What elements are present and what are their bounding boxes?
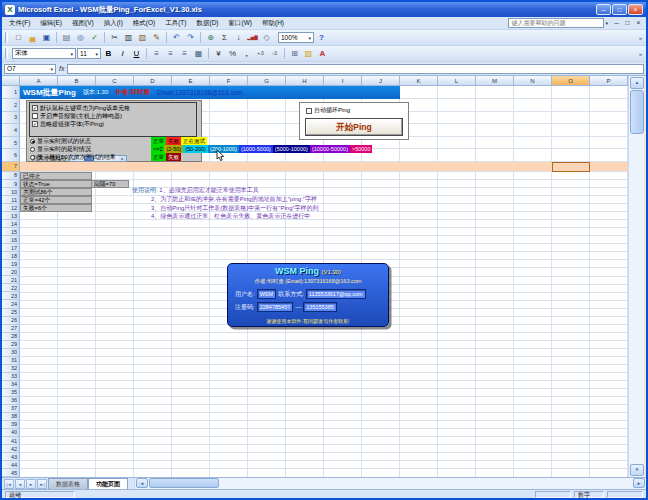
hyperlink-icon[interactable]: ⊕ — [204, 31, 217, 44]
row-header-32[interactable]: 32 — [2, 365, 20, 373]
row-header-40[interactable]: 40 — [2, 429, 20, 437]
column-header-O[interactable]: O — [552, 76, 590, 86]
align-right-icon[interactable]: ≡ — [178, 47, 191, 60]
grid-row-38[interactable] — [20, 413, 628, 421]
menu-item-4[interactable]: 格式(O) — [128, 19, 160, 28]
row-header-3[interactable]: 3 — [2, 112, 20, 125]
toolbar-grip[interactable] — [5, 32, 8, 43]
grid-row-45[interactable] — [20, 469, 628, 477]
checked-checkbox[interactable]: ✓ — [32, 121, 38, 127]
restore-button[interactable]: □ — [612, 4, 627, 15]
row-header-39[interactable]: 39 — [2, 421, 20, 429]
row-header-36[interactable]: 36 — [2, 397, 20, 405]
grid-row-7[interactable] — [20, 162, 628, 172]
chevron-down-icon[interactable]: ▾ — [605, 20, 608, 26]
insert-function-icon[interactable]: fx — [59, 65, 64, 72]
tab-scroll-prev-button[interactable]: ◄ — [15, 479, 25, 489]
vertical-scrollbar[interactable]: ▲ ▼ — [628, 76, 644, 477]
row-header-14[interactable]: 14 — [2, 220, 20, 228]
grid-row-31[interactable] — [20, 357, 628, 365]
column-header-K[interactable]: K — [400, 76, 438, 86]
column-header-N[interactable]: N — [514, 76, 552, 86]
print-preview-icon[interactable]: ◎ — [74, 31, 87, 44]
row-header-31[interactable]: 31 — [2, 357, 20, 365]
row-header-23[interactable]: 23 — [2, 292, 20, 300]
increase-decimal-icon[interactable]: +.0 — [254, 47, 267, 60]
row-header-28[interactable]: 28 — [2, 333, 20, 341]
font-color-icon[interactable]: A — [316, 47, 329, 60]
close-button[interactable]: × — [628, 4, 643, 15]
column-header-B[interactable]: B — [58, 76, 96, 86]
spelling-icon[interactable]: ✓ — [88, 31, 101, 44]
undo-icon[interactable]: ↶ — [170, 31, 183, 44]
row-header-9[interactable]: 9 — [2, 180, 20, 188]
menu-item-5[interactable]: 工具(T) — [160, 19, 191, 28]
toolbar-options-icon[interactable]: » — [639, 35, 644, 41]
scroll-up-icon[interactable]: ▲ — [630, 77, 644, 89]
percent-icon[interactable]: % — [226, 47, 239, 60]
menu-item-6[interactable]: 数据(D) — [192, 19, 224, 28]
minimize-button[interactable]: ─ — [596, 4, 611, 15]
comma-style-icon[interactable]: , — [240, 47, 253, 60]
grid-row-8[interactable] — [20, 172, 628, 180]
row-header-17[interactable]: 17 — [2, 244, 20, 252]
grid-row-44[interactable] — [20, 461, 628, 469]
save-icon[interactable]: ▣ — [40, 31, 53, 44]
grid-row-34[interactable] — [20, 381, 628, 389]
row-header-16[interactable]: 16 — [2, 236, 20, 244]
align-left-icon[interactable]: ≡ — [150, 47, 163, 60]
start-ping-button[interactable]: 开始Ping — [305, 118, 403, 136]
redo-icon[interactable]: ↷ — [184, 31, 197, 44]
decrease-decimal-icon[interactable]: -.0 — [268, 47, 281, 60]
workbook-minimize-button[interactable]: ─ — [611, 18, 622, 28]
row-header-1[interactable]: 1 — [2, 86, 20, 99]
grid[interactable]: WSM批量Ping 版本:1.30 作者:邹时勇 Email:139731616… — [20, 86, 628, 477]
chevron-down-icon[interactable]: ▾ — [70, 51, 73, 57]
open-icon[interactable]: ▄ — [26, 31, 39, 44]
workbook-close-button[interactable]: × — [633, 18, 644, 28]
checked-checkbox[interactable]: ✓ — [32, 105, 38, 111]
font-name-combo[interactable]: 宋体 ▾ — [12, 48, 76, 59]
column-header-H[interactable]: H — [286, 76, 324, 86]
row-header-30[interactable]: 30 — [2, 349, 20, 357]
grid-row-30[interactable] — [20, 349, 628, 357]
grid-row-41[interactable] — [20, 437, 628, 445]
scroll-down-icon[interactable]: ▼ — [630, 464, 644, 476]
grid-row-40[interactable] — [20, 429, 628, 437]
grid-row-10[interactable] — [20, 188, 628, 196]
row-header-19[interactable]: 19 — [2, 260, 20, 268]
grid-row-29[interactable] — [20, 341, 628, 349]
row-header-44[interactable]: 44 — [2, 461, 20, 469]
vertical-scrollbar-thumb[interactable] — [630, 90, 644, 134]
chart-wizard-icon[interactable]: ▂▅▇ — [246, 31, 259, 44]
grid-row-42[interactable] — [20, 445, 628, 453]
italic-icon[interactable]: I — [116, 47, 129, 60]
scroll-right-icon[interactable]: ► — [633, 478, 645, 488]
chevron-down-icon[interactable]: ▾ — [50, 66, 53, 72]
row-header-35[interactable]: 35 — [2, 389, 20, 397]
cut-icon[interactable]: ✂ — [108, 31, 121, 44]
row-header-24[interactable]: 24 — [2, 300, 20, 308]
workbook-restore-button[interactable]: □ — [622, 18, 633, 28]
align-center-icon[interactable]: ≡ — [164, 47, 177, 60]
radio-button[interactable] — [30, 147, 35, 152]
row-header-2[interactable]: 2 — [2, 99, 20, 112]
grid-row-18[interactable] — [20, 252, 628, 260]
column-header-F[interactable]: F — [210, 76, 248, 86]
grid-row-36[interactable] — [20, 397, 628, 405]
underline-icon[interactable]: U — [130, 47, 143, 60]
help-search-input[interactable] — [508, 18, 604, 28]
tab-scroll-last-button[interactable]: ►| — [37, 479, 47, 489]
grid-row-11[interactable] — [20, 196, 628, 204]
format-painter-icon[interactable]: ✎ — [150, 31, 163, 44]
column-header-E[interactable]: E — [172, 76, 210, 86]
new-icon[interactable]: □ — [12, 31, 25, 44]
grid-row-15[interactable] — [20, 228, 628, 236]
print-icon[interactable]: ▤ — [60, 31, 73, 44]
menu-item-3[interactable]: 插入(I) — [99, 19, 128, 28]
toolbar-options-icon[interactable]: » — [639, 51, 644, 57]
row-header-41[interactable]: 41 — [2, 437, 20, 445]
row-header-42[interactable]: 42 — [2, 445, 20, 453]
formula-input[interactable] — [67, 64, 644, 74]
merge-center-icon[interactable]: ▦ — [192, 47, 205, 60]
